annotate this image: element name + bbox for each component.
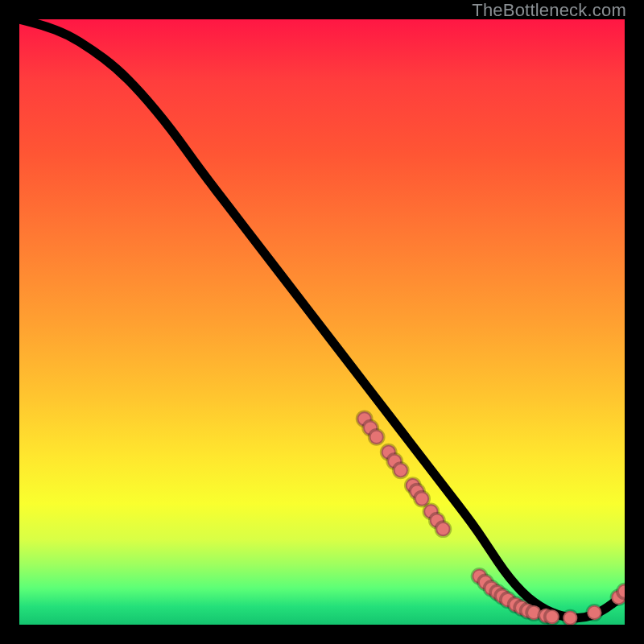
data-point [436, 522, 450, 536]
chart-svg [19, 19, 625, 625]
data-point [563, 611, 577, 625]
watermark-text: TheBottleneck.com [472, 0, 626, 21]
data-points [357, 411, 625, 625]
bottleneck-curve [19, 19, 625, 618]
data-point [617, 584, 625, 599]
data-point [587, 605, 601, 620]
plot-area [19, 19, 625, 625]
data-point [369, 430, 384, 444]
chart-frame: TheBottleneck.com [0, 0, 644, 644]
data-point [545, 609, 559, 624]
data-point [394, 463, 408, 477]
